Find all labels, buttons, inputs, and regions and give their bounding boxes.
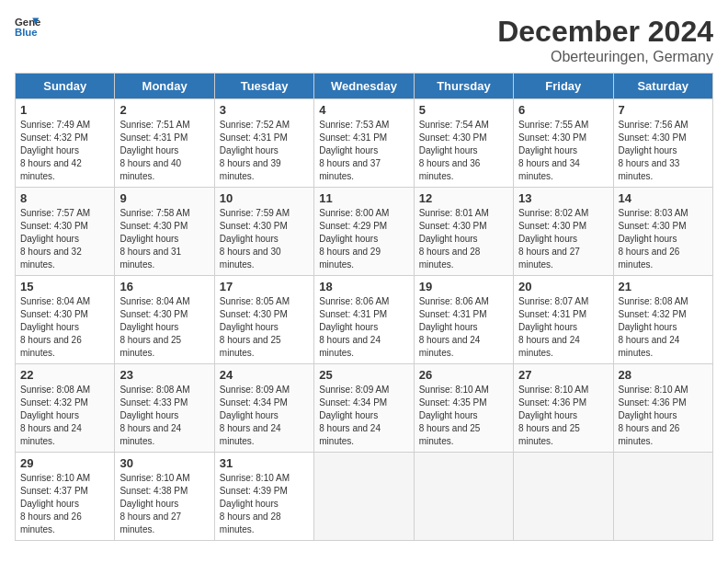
calendar-cell: 23 Sunrise: 8:08 AM Sunset: 4:33 PM Dayl… [115,364,214,453]
day-info: Sunrise: 8:04 AM Sunset: 4:30 PM Dayligh… [119,295,209,360]
day-number: 2 [119,103,209,117]
day-number: 19 [419,280,508,293]
day-info: Sunrise: 8:01 AM Sunset: 4:30 PM Dayligh… [419,207,508,271]
day-info: Sunrise: 8:10 AM Sunset: 4:37 PM Dayligh… [20,472,109,536]
calendar-cell: 27 Sunrise: 8:10 AM Sunset: 4:36 PM Dayl… [514,364,613,453]
calendar-cell: 9 Sunrise: 7:58 AM Sunset: 4:30 PM Dayli… [115,188,214,276]
calendar-cell [514,453,613,541]
day-number: 4 [319,103,408,117]
calendar-row: 22 Sunrise: 8:08 AM Sunset: 4:32 PM Dayl… [16,364,713,453]
day-info: Sunrise: 7:56 AM Sunset: 4:30 PM Dayligh… [619,119,708,183]
day-number: 25 [319,368,408,382]
day-number: 11 [319,191,408,205]
day-number: 12 [419,191,508,205]
calendar-cell: 20 Sunrise: 8:07 AM Sunset: 4:31 PM Dayl… [514,276,613,364]
calendar-cell: 22 Sunrise: 8:08 AM Sunset: 4:32 PM Dayl… [16,364,115,453]
calendar-cell: 16 Sunrise: 8:04 AM Sunset: 4:30 PM Dayl… [115,276,214,364]
col-saturday: Saturday [613,74,712,99]
svg-text:Blue: Blue [15,27,38,38]
calendar-cell: 21 Sunrise: 8:08 AM Sunset: 4:32 PM Dayl… [613,276,712,364]
day-number: 6 [518,103,608,117]
calendar-table: Sunday Monday Tuesday Wednesday Thursday… [15,73,713,541]
day-number: 10 [220,191,309,205]
title-area: December 2024 Oberteuringen, Germany [497,15,713,65]
day-number: 5 [419,103,508,117]
col-thursday: Thursday [414,74,513,99]
day-info: Sunrise: 8:05 AM Sunset: 4:30 PM Dayligh… [220,295,309,360]
calendar-cell: 30 Sunrise: 8:10 AM Sunset: 4:38 PM Dayl… [115,453,214,541]
month-title: December 2024 [497,15,713,49]
calendar-cell [414,453,513,541]
calendar-cell: 7 Sunrise: 7:56 AM Sunset: 4:30 PM Dayli… [613,99,712,188]
col-tuesday: Tuesday [214,74,313,99]
day-number: 26 [419,368,508,382]
day-info: Sunrise: 7:51 AM Sunset: 4:31 PM Dayligh… [119,119,209,183]
day-number: 9 [119,191,209,205]
calendar-cell: 18 Sunrise: 8:06 AM Sunset: 4:31 PM Dayl… [314,276,414,364]
calendar-cell: 8 Sunrise: 7:57 AM Sunset: 4:30 PM Dayli… [16,188,115,276]
calendar-cell: 4 Sunrise: 7:53 AM Sunset: 4:31 PM Dayli… [314,99,414,188]
day-info: Sunrise: 8:10 AM Sunset: 4:36 PM Dayligh… [619,384,708,448]
calendar-cell: 5 Sunrise: 7:54 AM Sunset: 4:30 PM Dayli… [414,99,513,188]
calendar-cell: 3 Sunrise: 7:52 AM Sunset: 4:31 PM Dayli… [214,99,313,188]
calendar-cell: 26 Sunrise: 8:10 AM Sunset: 4:35 PM Dayl… [414,364,513,453]
calendar-cell: 24 Sunrise: 8:09 AM Sunset: 4:34 PM Dayl… [214,364,313,453]
day-number: 18 [319,280,408,293]
calendar-cell [613,453,712,541]
col-wednesday: Wednesday [314,74,414,99]
calendar-cell: 29 Sunrise: 8:10 AM Sunset: 4:37 PM Dayl… [16,453,115,541]
location-title: Oberteuringen, Germany [497,49,713,65]
day-info: Sunrise: 8:08 AM Sunset: 4:33 PM Dayligh… [119,384,209,448]
day-info: Sunrise: 8:10 AM Sunset: 4:36 PM Dayligh… [518,384,608,448]
day-number: 29 [20,456,109,470]
day-info: Sunrise: 7:59 AM Sunset: 4:30 PM Dayligh… [220,207,309,271]
day-info: Sunrise: 8:02 AM Sunset: 4:30 PM Dayligh… [518,207,608,271]
day-info: Sunrise: 8:06 AM Sunset: 4:31 PM Dayligh… [419,295,508,360]
calendar-cell: 2 Sunrise: 7:51 AM Sunset: 4:31 PM Dayli… [115,99,214,188]
header-row: Sunday Monday Tuesday Wednesday Thursday… [16,74,713,99]
calendar-row: 8 Sunrise: 7:57 AM Sunset: 4:30 PM Dayli… [16,188,713,276]
day-info: Sunrise: 7:49 AM Sunset: 4:32 PM Dayligh… [20,119,109,183]
calendar-cell [314,453,414,541]
day-info: Sunrise: 8:08 AM Sunset: 4:32 PM Dayligh… [619,295,708,360]
col-friday: Friday [514,74,613,99]
day-info: Sunrise: 8:08 AM Sunset: 4:32 PM Dayligh… [20,384,109,448]
day-info: Sunrise: 7:53 AM Sunset: 4:31 PM Dayligh… [319,119,408,183]
calendar-cell: 1 Sunrise: 7:49 AM Sunset: 4:32 PM Dayli… [16,99,115,188]
calendar-cell: 6 Sunrise: 7:55 AM Sunset: 4:30 PM Dayli… [514,99,613,188]
day-info: Sunrise: 7:57 AM Sunset: 4:30 PM Dayligh… [20,207,109,271]
calendar-cell: 31 Sunrise: 8:10 AM Sunset: 4:39 PM Dayl… [214,453,313,541]
calendar-cell: 15 Sunrise: 8:04 AM Sunset: 4:30 PM Dayl… [16,276,115,364]
calendar-cell: 12 Sunrise: 8:01 AM Sunset: 4:30 PM Dayl… [414,188,513,276]
day-info: Sunrise: 8:04 AM Sunset: 4:30 PM Dayligh… [20,295,109,360]
calendar-cell: 10 Sunrise: 7:59 AM Sunset: 4:30 PM Dayl… [214,188,313,276]
day-number: 23 [119,368,209,382]
page-header: General Blue December 2024 Oberteuringen… [15,15,713,65]
day-number: 13 [518,191,608,205]
day-number: 14 [619,191,708,205]
day-info: Sunrise: 8:03 AM Sunset: 4:30 PM Dayligh… [619,207,708,271]
logo: General Blue [15,15,40,40]
calendar-cell: 11 Sunrise: 8:00 AM Sunset: 4:29 PM Dayl… [314,188,414,276]
calendar-row: 1 Sunrise: 7:49 AM Sunset: 4:32 PM Dayli… [16,99,713,188]
day-number: 16 [119,280,209,293]
calendar-cell: 13 Sunrise: 8:02 AM Sunset: 4:30 PM Dayl… [514,188,613,276]
day-info: Sunrise: 8:10 AM Sunset: 4:38 PM Dayligh… [119,472,209,536]
day-number: 1 [20,103,109,117]
day-number: 27 [518,368,608,382]
day-info: Sunrise: 7:52 AM Sunset: 4:31 PM Dayligh… [220,119,309,183]
calendar-row: 15 Sunrise: 8:04 AM Sunset: 4:30 PM Dayl… [16,276,713,364]
day-info: Sunrise: 8:10 AM Sunset: 4:35 PM Dayligh… [419,384,508,448]
calendar-cell: 28 Sunrise: 8:10 AM Sunset: 4:36 PM Dayl… [613,364,712,453]
day-info: Sunrise: 8:10 AM Sunset: 4:39 PM Dayligh… [220,472,309,536]
calendar-cell: 19 Sunrise: 8:06 AM Sunset: 4:31 PM Dayl… [414,276,513,364]
day-info: Sunrise: 7:54 AM Sunset: 4:30 PM Dayligh… [419,119,508,183]
logo-icon: General Blue [15,15,40,40]
day-info: Sunrise: 8:06 AM Sunset: 4:31 PM Dayligh… [319,295,408,360]
day-number: 22 [20,368,109,382]
calendar-cell: 14 Sunrise: 8:03 AM Sunset: 4:30 PM Dayl… [613,188,712,276]
day-number: 28 [619,368,708,382]
day-number: 20 [518,280,608,293]
day-number: 24 [220,368,309,382]
calendar-cell: 17 Sunrise: 8:05 AM Sunset: 4:30 PM Dayl… [214,276,313,364]
